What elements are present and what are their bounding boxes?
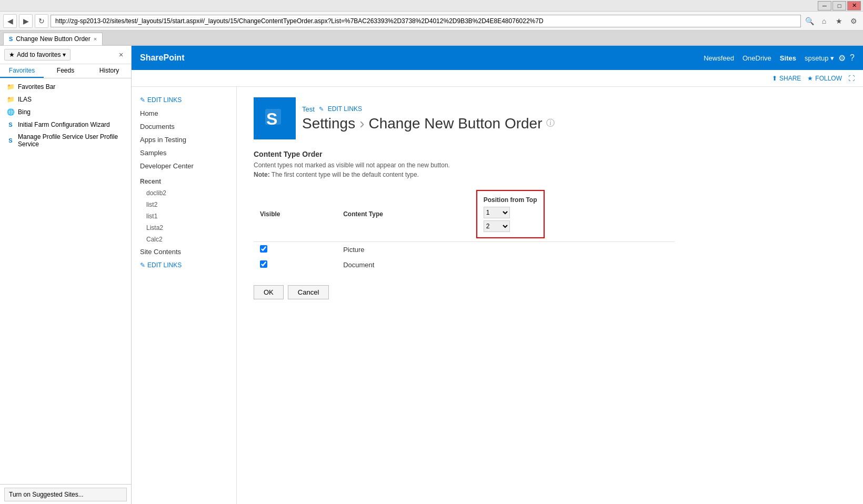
sidebar-item-site-contents[interactable]: Site Contents xyxy=(132,245,236,258)
ok-button[interactable]: OK xyxy=(254,285,284,299)
pencil-icon: ✎ xyxy=(140,261,145,269)
sidebar-recent-lista2[interactable]: Lista2 xyxy=(132,222,236,234)
position-select-2[interactable]: 1 2 xyxy=(484,220,510,232)
sidebar-recent-list2[interactable]: list2 xyxy=(132,199,236,210)
share-label: SHARE xyxy=(779,75,801,82)
search-icon[interactable]: 🔍 xyxy=(803,15,816,27)
favorites-item-label: Initial Farm Configuration Wizard xyxy=(18,121,110,128)
pencil-icon: ✎ xyxy=(140,96,145,104)
fullscreen-icon: ⛶ xyxy=(848,75,855,82)
note-bold: Note: xyxy=(254,171,270,178)
main-layout: ★ Add to favorites ▾ × Content Type Orde… xyxy=(0,46,863,504)
edit-links-breadcrumb[interactable]: EDIT LINKS xyxy=(328,105,362,113)
content-types-table: Visible Content Type Position from Top xyxy=(254,187,675,273)
col-position: Position from Top 1 2 xyxy=(470,187,675,242)
nav-link-newsfeed[interactable]: Newsfeed xyxy=(704,54,734,62)
settings-icon[interactable]: ⚙ xyxy=(847,15,860,27)
breadcrumb: Test ✎ EDIT LINKS xyxy=(302,105,555,113)
pencil-icon: ✎ xyxy=(319,106,324,113)
position-select-1[interactable]: 1 2 xyxy=(484,207,510,218)
list-item[interactable]: 📁 Favorites Bar xyxy=(0,80,131,93)
browser-tab[interactable]: S Change New Button Order × xyxy=(3,33,103,45)
forward-button[interactable]: ▶ xyxy=(19,14,33,28)
tab-favorites[interactable]: Content Type Order Favorites xyxy=(0,64,44,78)
tab-close-button[interactable]: × xyxy=(94,36,97,42)
position-from-top-label: Position from Top xyxy=(484,196,537,204)
favorites-item-label: Manage Profile Service User Profile Serv… xyxy=(18,133,125,148)
position-row-1: 1 2 xyxy=(484,207,537,218)
minimize-button[interactable]: ─ xyxy=(818,1,831,11)
follow-button[interactable]: ★ FOLLOW xyxy=(807,75,842,82)
tab-feeds[interactable]: Feeds xyxy=(44,64,87,78)
svg-text:S: S xyxy=(266,109,277,128)
favorites-panel-close-button[interactable]: × xyxy=(115,49,127,61)
sp-user-menu[interactable]: spsetup ▾ xyxy=(805,54,834,62)
sharepoint-icon: S xyxy=(6,120,15,129)
tab-label: Change New Button Order xyxy=(16,35,90,43)
breadcrumb-site-link[interactable]: Test xyxy=(302,105,315,113)
edit-links-label: EDIT LINKS xyxy=(147,261,182,269)
table-header: Visible Content Type Position from Top xyxy=(254,187,675,242)
home-icon[interactable]: ⌂ xyxy=(818,15,830,27)
visible-cell xyxy=(254,242,337,258)
page-header: S Test ✎ EDIT LINKS Settings › Change Ne… xyxy=(254,97,846,139)
list-item[interactable]: S Initial Farm Configuration Wizard xyxy=(0,118,131,131)
sidebar-item-samples[interactable]: Samples xyxy=(132,146,236,159)
favorites-footer: Turn on Suggested Sites... xyxy=(0,484,131,504)
sidebar-recent-list1[interactable]: list1 xyxy=(132,210,236,222)
position-highlight-box: Position from Top 1 2 xyxy=(476,190,545,238)
address-bar[interactable] xyxy=(51,15,801,27)
page-title-block: Test ✎ EDIT LINKS Settings › Change New … xyxy=(302,105,555,132)
list-item[interactable]: S Manage Profile Service User Profile Se… xyxy=(0,131,131,150)
add-favorites-label: Add to favorites xyxy=(17,51,61,58)
sidebar-recent-calc2[interactable]: Calc2 xyxy=(132,234,236,245)
maximize-button[interactable]: □ xyxy=(832,1,846,11)
tab-bar: S Change New Button Order × xyxy=(0,31,863,45)
sidebar-item-apps-testing[interactable]: Apps in Testing xyxy=(132,133,236,146)
favorites-panel: ★ Add to favorites ▾ × Content Type Orde… xyxy=(0,46,132,504)
nav-link-onedrive[interactable]: OneDrive xyxy=(742,54,771,62)
sharepoint-content: SharePoint Newsfeed OneDrive Sites spset… xyxy=(132,46,863,504)
list-item[interactable]: 📁 ILAS xyxy=(0,93,131,106)
section-title: Content Type Order xyxy=(254,150,846,158)
sidebar-item-developer-center[interactable]: Developer Center xyxy=(132,159,236,173)
list-item[interactable]: 🌐 Bing xyxy=(0,106,131,118)
fullscreen-button[interactable]: ⛶ xyxy=(848,75,855,82)
tab-history[interactable]: History xyxy=(87,64,131,78)
favorites-list: 📁 Favorites Bar 📁 ILAS 🌐 Bing S Initial … xyxy=(0,78,131,484)
position-cell xyxy=(470,257,675,273)
table-row: Document xyxy=(254,257,675,273)
sp-help-icon[interactable]: ? xyxy=(850,53,855,63)
info-icon[interactable]: ⓘ xyxy=(546,118,555,129)
share-button[interactable]: ⬆ SHARE xyxy=(772,75,801,82)
sp-action-icons: ⚙ ? xyxy=(838,53,855,63)
position-cell xyxy=(470,242,675,258)
sidebar-item-documents[interactable]: Documents xyxy=(132,120,236,133)
sp-main: S Test ✎ EDIT LINKS Settings › Change Ne… xyxy=(237,87,863,504)
nav-link-sites[interactable]: Sites xyxy=(780,54,796,62)
note-text: The first content type will be the defau… xyxy=(272,171,419,178)
sp-nav-links: Newsfeed OneDrive Sites xyxy=(704,54,796,62)
sidebar-recent-doclib2[interactable]: doclib2 xyxy=(132,187,236,199)
tab-favicon: S xyxy=(9,36,13,42)
sidebar-item-home[interactable]: Home xyxy=(132,107,236,120)
sp-topbar: SharePoint Newsfeed OneDrive Sites spset… xyxy=(132,46,863,70)
visible-checkbox-document[interactable] xyxy=(260,260,267,268)
favorites-star-icon[interactable]: ★ xyxy=(832,15,845,27)
close-button[interactable]: ✕ xyxy=(847,1,861,11)
sp-settings-icon[interactable]: ⚙ xyxy=(838,53,846,63)
edit-links-bottom[interactable]: ✎ EDIT LINKS xyxy=(132,258,236,272)
favorites-toolbar: ★ Add to favorites ▾ × xyxy=(0,46,131,64)
visible-checkbox-picture[interactable] xyxy=(260,245,267,253)
edit-links-top[interactable]: ✎ EDIT LINKS xyxy=(132,93,236,107)
content-type-cell: Document xyxy=(337,257,470,273)
suggested-sites-button[interactable]: Turn on Suggested Sites... xyxy=(4,488,127,501)
follow-icon: ★ xyxy=(807,75,813,82)
add-to-favorites-button[interactable]: ★ Add to favorites ▾ xyxy=(4,49,71,61)
refresh-button[interactable]: ↻ xyxy=(35,14,48,28)
table-row: Picture xyxy=(254,242,675,258)
folder-icon: 📁 xyxy=(6,83,15,91)
cancel-button[interactable]: Cancel xyxy=(288,285,329,299)
form-buttons: OK Cancel xyxy=(254,285,846,299)
back-button[interactable]: ◀ xyxy=(3,14,17,28)
